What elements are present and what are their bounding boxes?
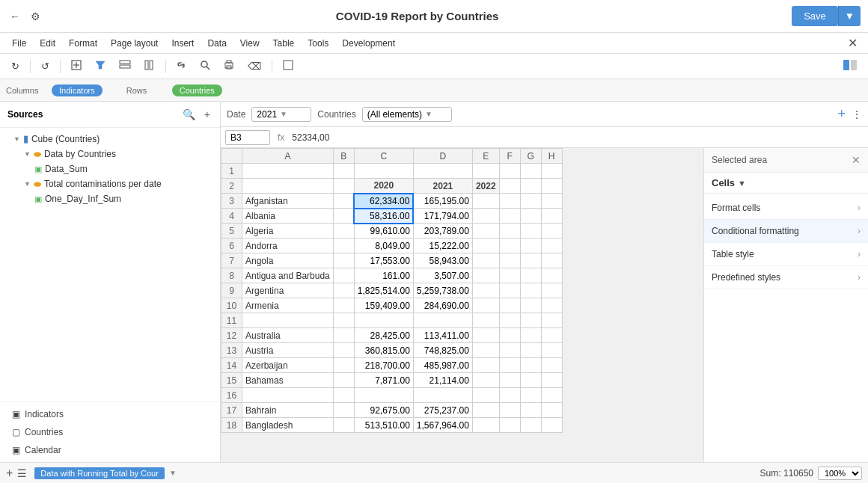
panel-close-button[interactable]: ✕ (852, 154, 861, 166)
cell-e1[interactable] (472, 164, 499, 179)
eraser-button[interactable]: ⌫ (242, 58, 266, 75)
cell-c16[interactable] (354, 388, 413, 403)
cell-h14[interactable] (541, 358, 562, 373)
cell-h6[interactable] (541, 239, 562, 253)
cell-c18[interactable]: 513,510.00 (354, 418, 413, 433)
cell-d14[interactable]: 485,987.00 (413, 358, 472, 373)
cell-g17[interactable] (520, 403, 541, 418)
cell-a9[interactable]: Argentina (242, 283, 334, 298)
cell-h1[interactable] (541, 164, 562, 179)
cell-c13[interactable]: 360,815.00 (354, 343, 413, 358)
cell-c1[interactable] (354, 164, 413, 179)
cell-g5[interactable] (520, 224, 541, 239)
cell-h9[interactable] (541, 283, 562, 298)
tree-item-cube[interactable]: ▼ ▮ Cube (Countries) (0, 131, 220, 147)
cell-h16[interactable] (541, 388, 562, 403)
cell-g4[interactable] (520, 209, 541, 224)
countries-select[interactable]: (All elements) ▼ (362, 107, 452, 122)
format-cells-option[interactable]: Format cells › (704, 197, 868, 220)
spreadsheet[interactable]: A B C D E F G H (221, 148, 703, 462)
cell-c2[interactable]: 2020 (354, 179, 413, 194)
cell-c14[interactable]: 218,700.00 (354, 358, 413, 373)
cell-d10[interactable]: 284,690.00 (413, 298, 472, 313)
menu-page-layout[interactable]: Page layout (105, 35, 164, 52)
cell-a4[interactable]: Albania (242, 209, 334, 224)
undo-button[interactable]: ↻ (6, 58, 25, 75)
cell-g14[interactable] (520, 358, 541, 373)
cell-b3[interactable] (333, 194, 354, 209)
cell-c7[interactable]: 17,553.00 (354, 253, 413, 268)
cell-h15[interactable] (541, 373, 562, 388)
cell-f13[interactable] (499, 343, 520, 358)
conditional-formatting-option[interactable]: Conditional formatting › (704, 220, 868, 243)
columns-chip[interactable]: Indicators (52, 84, 103, 96)
cell-f10[interactable] (499, 298, 520, 313)
cell-g7[interactable] (520, 253, 541, 268)
cell-a13[interactable]: Austria (242, 343, 334, 358)
sidebar-search-button[interactable]: 🔍 (180, 106, 198, 123)
cell-b13[interactable] (333, 343, 354, 358)
cell-d16[interactable] (413, 388, 472, 403)
cell-b12[interactable] (333, 328, 354, 343)
print-button[interactable] (218, 57, 239, 76)
cell-h12[interactable] (541, 328, 562, 343)
cell-g3[interactable] (520, 194, 541, 209)
cell-a10[interactable]: Armenia (242, 298, 334, 313)
cell-d3[interactable]: 165,195.00 (413, 194, 472, 209)
active-tab[interactable]: Data with Running Total by Cour (34, 467, 165, 479)
cell-d9[interactable]: 5,259,738.00 (413, 283, 472, 298)
cell-a6[interactable]: Andorra (242, 239, 334, 253)
cell-d12[interactable]: 113,411.00 (413, 328, 472, 343)
cell-h7[interactable] (541, 253, 562, 268)
menu-insert[interactable]: Insert (165, 35, 200, 52)
menu-data[interactable]: Data (201, 35, 232, 52)
menu-development[interactable]: Development (336, 35, 401, 52)
cell-h18[interactable] (541, 418, 562, 433)
cell-f7[interactable] (499, 253, 520, 268)
tree-item-one-day[interactable]: ▣ One_Day_Inf_Sum (0, 191, 220, 206)
cell-a2[interactable] (242, 179, 334, 194)
cell-g8[interactable] (520, 268, 541, 283)
cell-e18[interactable] (472, 418, 499, 433)
cell-h3[interactable] (541, 194, 562, 209)
cell-e17[interactable] (472, 403, 499, 418)
cell-f2[interactable] (499, 179, 520, 194)
cell-e12[interactable] (472, 328, 499, 343)
cell-b14[interactable] (333, 358, 354, 373)
save-button[interactable]: Save (792, 6, 838, 26)
menu-edit[interactable]: Edit (34, 35, 61, 52)
cell-f3[interactable] (499, 194, 520, 209)
cell-e14[interactable] (472, 358, 499, 373)
menu-file[interactable]: File (6, 35, 32, 52)
cell-g18[interactable] (520, 418, 541, 433)
rows-button[interactable] (114, 57, 136, 76)
cell-c8[interactable]: 161.00 (354, 268, 413, 283)
search-button[interactable] (195, 58, 216, 76)
format-button[interactable] (278, 57, 299, 76)
cell-g9[interactable] (520, 283, 541, 298)
back-button[interactable]: ← (7, 8, 22, 25)
cell-a18[interactable]: Bangladesh (242, 418, 334, 433)
cell-d6[interactable]: 15,222.00 (413, 239, 472, 253)
cell-e8[interactable] (472, 268, 499, 283)
cell-reference[interactable]: B3 (225, 130, 270, 145)
cell-e10[interactable] (472, 298, 499, 313)
cell-f4[interactable] (499, 209, 520, 224)
cell-h5[interactable] (541, 224, 562, 239)
cell-b15[interactable] (333, 373, 354, 388)
cell-g13[interactable] (520, 343, 541, 358)
tree-item-total-cont[interactable]: ▼ ⬬ Total contaminations per date (0, 176, 220, 191)
cell-f17[interactable] (499, 403, 520, 418)
menu-view[interactable]: View (234, 35, 266, 52)
cell-d4[interactable]: 171,794.00 (413, 209, 472, 224)
cell-g10[interactable] (520, 298, 541, 313)
cell-d13[interactable]: 748,825.00 (413, 343, 472, 358)
cell-c10[interactable]: 159,409.00 (354, 298, 413, 313)
cell-a3[interactable]: Afganistan (242, 194, 334, 209)
cell-a5[interactable]: Algeria (242, 224, 334, 239)
cell-f16[interactable] (499, 388, 520, 403)
tree-item-data-by-countries[interactable]: ▼ ⬬ Data by Countries (0, 147, 220, 161)
cell-b6[interactable] (333, 239, 354, 253)
cell-g1[interactable] (520, 164, 541, 179)
cell-b8[interactable] (333, 268, 354, 283)
